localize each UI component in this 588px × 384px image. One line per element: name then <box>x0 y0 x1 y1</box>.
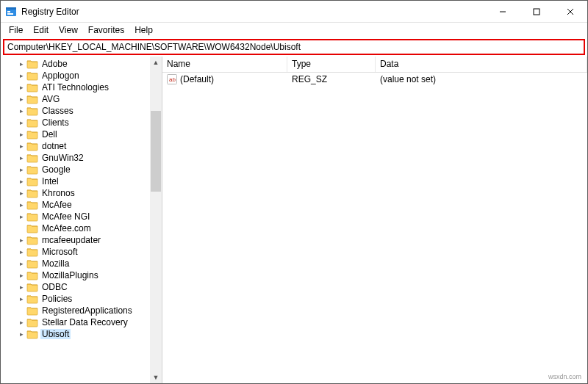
scroll-up-button[interactable]: ▲ <box>150 57 162 68</box>
tree-scrollbar[interactable]: ▲ ▼ <box>150 57 162 383</box>
tree-node-stellar-data-recovery[interactable]: ▸Stellar Data Recovery <box>4 316 150 328</box>
tree-node-label: Policies <box>40 294 74 304</box>
expand-icon[interactable]: ▸ <box>17 213 26 220</box>
expand-icon[interactable]: ▸ <box>17 201 26 209</box>
expand-icon[interactable]: ▸ <box>17 260 26 267</box>
tree-node-classes[interactable]: ▸Classes <box>4 105 150 117</box>
tree-node-policies[interactable]: ▸Policies <box>4 293 150 305</box>
value-data-cell: (value not set) <box>376 74 587 84</box>
tree-node-registeredapplications[interactable]: RegisteredApplications <box>4 305 150 316</box>
address-input[interactable] <box>7 42 581 52</box>
tree-node-odbc[interactable]: ▸ODBC <box>4 281 150 293</box>
expand-icon[interactable]: ▸ <box>17 248 26 256</box>
tree-node-label: McAfee <box>40 200 74 210</box>
tree-node-mcafeeupdater[interactable]: ▸mcafeeupdater <box>4 234 150 246</box>
menu-help[interactable]: Help <box>129 23 158 37</box>
tree-node-label: McAfee.com <box>40 223 93 233</box>
expand-icon[interactable]: ▸ <box>17 330 26 338</box>
menu-file[interactable]: File <box>4 23 28 37</box>
maximize-button[interactable] <box>520 1 553 22</box>
expand-icon[interactable]: ▸ <box>17 178 26 185</box>
tree-node-mcafee[interactable]: ▸McAfee <box>4 199 150 211</box>
tree-node-label: Google <box>40 164 72 175</box>
svg-text:ab: ab <box>169 76 176 83</box>
tree-node-applogon[interactable]: ▸Applogon <box>4 70 150 81</box>
tree-node-label: dotnet <box>40 141 68 151</box>
scroll-down-button[interactable]: ▼ <box>150 372 162 383</box>
expand-icon[interactable]: ▸ <box>17 72 26 79</box>
tree-node-mozilla[interactable]: ▸Mozilla <box>4 258 150 269</box>
expand-icon[interactable]: ▸ <box>17 107 26 115</box>
tree-node-label: ODBC <box>40 282 69 292</box>
col-name[interactable]: Name <box>162 57 287 72</box>
tree-node-gnuwin32[interactable]: ▸GnuWin32 <box>4 152 150 164</box>
expand-icon[interactable]: ▸ <box>17 142 26 150</box>
value-row[interactable]: ab(Default)REG_SZ(value not set) <box>162 73 587 86</box>
tree-node-ati-technologies[interactable]: ▸ATI Technologies <box>4 81 150 93</box>
expand-icon[interactable]: ▸ <box>17 189 26 197</box>
tree-node-label: Stellar Data Recovery <box>40 317 129 327</box>
values-pane: Name Type Data ab(Default)REG_SZ(value n… <box>162 57 587 383</box>
col-data[interactable]: Data <box>376 57 587 72</box>
minimize-button[interactable] <box>486 1 520 22</box>
values-list[interactable]: ab(Default)REG_SZ(value not set) <box>162 73 587 383</box>
expand-icon[interactable]: ▸ <box>17 319 26 326</box>
expand-icon[interactable]: ▸ <box>17 283 26 291</box>
value-name: (Default) <box>180 74 214 84</box>
tree-node-google[interactable]: ▸Google <box>4 164 150 175</box>
registry-tree[interactable]: ▸Adobe▸Applogon▸ATI Technologies▸AVG▸Cla… <box>1 57 150 341</box>
expand-icon[interactable]: ▸ <box>17 272 26 279</box>
tree-node-ubisoft[interactable]: ▸Ubisoft <box>4 328 150 340</box>
col-type[interactable]: Type <box>287 57 376 72</box>
tree-node-label: Ubisoft <box>40 329 71 339</box>
menu-edit[interactable]: Edit <box>28 23 54 37</box>
tree-node-label: mcafeeupdater <box>40 235 102 245</box>
tree-node-clients[interactable]: ▸Clients <box>4 117 150 128</box>
window-title: Registry Editor <box>21 7 486 17</box>
expand-icon[interactable]: ▸ <box>17 95 26 103</box>
tree-node-label: AVG <box>40 94 61 104</box>
tree-node-label: GnuWin32 <box>40 153 85 163</box>
tree-node-label: Microsoft <box>40 247 79 257</box>
tree-node-mozillaplugins[interactable]: ▸MozillaPlugins <box>4 269 150 281</box>
menu-favorites[interactable]: Favorites <box>83 23 129 37</box>
tree-node-microsoft[interactable]: ▸Microsoft <box>4 246 150 258</box>
tree-node-avg[interactable]: ▸AVG <box>4 93 150 105</box>
tree-node-label: ATI Technologies <box>40 82 110 93</box>
expand-icon[interactable]: ▸ <box>17 84 26 91</box>
expand-icon[interactable]: ▸ <box>17 131 26 138</box>
tree-node-label: Intel <box>40 176 60 186</box>
client-area: ▸Adobe▸Applogon▸ATI Technologies▸AVG▸Cla… <box>1 57 587 383</box>
tree-node-adobe[interactable]: ▸Adobe <box>4 58 150 70</box>
expand-icon[interactable]: ▸ <box>17 119 26 126</box>
tree-node-label: Khronos <box>40 188 76 198</box>
titlebar[interactable]: Registry Editor <box>1 1 587 23</box>
tree-node-khronos[interactable]: ▸Khronos <box>4 187 150 199</box>
scroll-thumb[interactable] <box>151 111 161 192</box>
tree-node-mcafee-com[interactable]: McAfee.com <box>4 222 150 234</box>
tree-node-label: Clients <box>40 117 71 128</box>
values-header: Name Type Data <box>162 57 587 73</box>
expand-icon[interactable]: ▸ <box>17 60 26 68</box>
expand-icon[interactable]: ▸ <box>17 295 26 303</box>
tree-node-dotnet[interactable]: ▸dotnet <box>4 140 150 152</box>
menu-view[interactable]: View <box>54 23 83 37</box>
close-button[interactable] <box>553 1 587 22</box>
expand-icon[interactable]: ▸ <box>17 154 26 162</box>
tree-node-label: MozillaPlugins <box>40 270 100 280</box>
address-bar[interactable] <box>3 39 585 55</box>
app-icon <box>5 6 17 18</box>
svg-rect-5 <box>534 9 539 15</box>
tree-node-dell[interactable]: ▸Dell <box>4 128 150 140</box>
tree-pane: ▸Adobe▸Applogon▸ATI Technologies▸AVG▸Cla… <box>1 57 162 383</box>
tree-node-mcafee-ngi[interactable]: ▸McAfee NGI <box>4 211 150 222</box>
tree-node-label: Dell <box>40 129 59 140</box>
watermark: wsxdn.com <box>548 373 581 380</box>
expand-icon[interactable]: ▸ <box>17 236 26 244</box>
svg-rect-2 <box>7 11 10 12</box>
value-type-cell: REG_SZ <box>287 74 376 84</box>
tree-node-intel[interactable]: ▸Intel <box>4 175 150 187</box>
tree-node-label: Mozilla <box>40 258 71 269</box>
expand-icon[interactable]: ▸ <box>17 166 26 173</box>
registry-editor-window: Registry Editor File Edit View Favorites… <box>0 0 588 384</box>
